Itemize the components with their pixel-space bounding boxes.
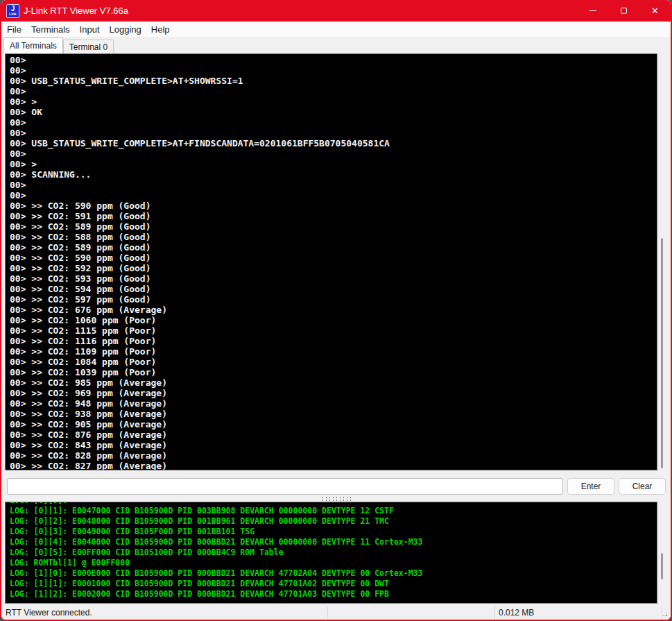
terminal-line: 00> USB_STATUS_WRITE_COMPLETE>AT+FINDSCA… (10, 138, 657, 148)
log-output[interactable]: LOG: [0][0]:LOG: [0][1]: E0047000 CID B1… (5, 502, 657, 604)
clear-button[interactable]: Clear (619, 478, 666, 495)
splitter[interactable] (1, 495, 671, 502)
terminal-area: 00>00>00> USB_STATUS_WRITE_COMPLETE>AT+S… (5, 53, 667, 470)
terminal-line: 00> (10, 148, 657, 159)
jlink-logo-link: Link (9, 12, 16, 16)
terminal-line: 00> >> CO2: 592 ppm (Good) (10, 263, 657, 273)
terminal-line: 00> >> CO2: 905 ppm (Average) (10, 419, 657, 429)
status-divider (327, 606, 328, 619)
terminal-line: 00> OK (10, 107, 657, 117)
window-controls: ✕ (577, 0, 671, 22)
connection-status: RTT Viewer connected. (6, 608, 92, 618)
tab-strip: All TerminalsTerminal 0 (1, 37, 671, 53)
terminal-line: 00> > (10, 96, 657, 107)
titlebar: J Link J-Link RTT Viewer V7.66a ✕ (1, 0, 671, 22)
terminal-line: 00> >> CO2: 1115 ppm (Poor) (10, 325, 657, 336)
terminal-line: 00> >> CO2: 938 ppm (Average) (10, 409, 657, 419)
terminal-output[interactable]: 00>00>00> USB_STATUS_WRITE_COMPLETE>AT+S… (5, 53, 657, 470)
menu-item[interactable]: Terminals (26, 23, 75, 36)
log-scrollbar[interactable] (657, 502, 667, 604)
terminal-line: 00> >> CO2: 589 ppm (Good) (10, 242, 657, 253)
terminal-line: 00> >> CO2: 843 ppm (Average) (10, 440, 657, 450)
jlink-logo-icon: J Link (6, 4, 19, 18)
terminal-scrollbar-thumb[interactable] (661, 238, 663, 468)
terminal-line: 00> >> CO2: 969 ppm (Average) (10, 388, 657, 398)
resize-grip[interactable] (662, 611, 669, 618)
terminal-line: 00> >> CO2: 588 ppm (Good) (10, 232, 657, 242)
terminal-line: 00> >> CO2: 876 ppm (Average) (10, 429, 657, 440)
terminal-line: 00> >> CO2: 597 ppm (Good) (10, 294, 657, 305)
log-line: LOG: ROMTbl[1] @ E00FF000 (10, 558, 657, 568)
tab-label: Terminal 0 (69, 42, 107, 52)
minimize-button[interactable] (577, 0, 608, 22)
menu-item[interactable]: File (2, 23, 26, 36)
window-title: J-Link RTT Viewer V7.66a (24, 6, 577, 16)
status-divider (494, 606, 495, 619)
minimize-icon (589, 10, 596, 11)
tab-label: All Terminals (10, 41, 57, 51)
terminal-line: 00> >> CO2: 1084 ppm (Poor) (10, 357, 657, 367)
terminal-line: 00> >> CO2: 1039 ppm (Poor) (10, 367, 657, 377)
log-scrollbar-thumb[interactable] (661, 553, 663, 579)
enter-button[interactable]: Enter (567, 478, 614, 495)
terminal-line: 00> (10, 128, 657, 138)
terminal-line: 00> >> CO2: 589 ppm (Good) (10, 221, 657, 232)
terminal-line: 00> >> CO2: 827 ppm (Average) (10, 461, 657, 470)
terminal-line: 00> (10, 190, 657, 201)
terminal-line: 00> >> CO2: 590 ppm (Good) (10, 253, 657, 263)
menubar: FileTerminalsInputLoggingHelp (1, 22, 671, 37)
menu-item[interactable]: Help (146, 23, 175, 36)
log-line: LOG: [0][5]: E00FF000 CID B105100D PID 0… (10, 547, 657, 558)
terminal-line: 00> (10, 86, 657, 96)
terminal-line: 00> >> CO2: 593 ppm (Good) (10, 273, 657, 284)
menu-item[interactable]: Input (75, 23, 105, 36)
terminal-tab[interactable]: All Terminals (3, 37, 63, 53)
terminal-line: 00> SCANNING... (10, 169, 657, 180)
terminal-line: 00> >> CO2: 1116 ppm (Poor) (10, 336, 657, 346)
log-area: LOG: [0][0]:LOG: [0][1]: E0047000 CID B1… (5, 502, 667, 604)
log-size: 0.012 MB (499, 608, 534, 618)
log-line: LOG: [0][2]: E0048000 CID B105900D PID 0… (10, 516, 657, 527)
terminal-line: 00> (10, 65, 657, 76)
menu-item[interactable]: Logging (105, 23, 146, 36)
terminal-line: 00> (10, 117, 657, 128)
terminal-line: 00> (10, 180, 657, 190)
log-line: LOG: [1][0]: E000E000 CID B105900D PID 0… (10, 568, 657, 579)
close-icon: ✕ (651, 6, 659, 15)
log-line: LOG: [0][4]: E0040000 CID B105900D PID 0… (10, 537, 657, 547)
close-button[interactable]: ✕ (639, 0, 671, 22)
log-line: LOG: [0][3]: E0049000 CID B105F00D PID 0… (10, 527, 657, 537)
maximize-button[interactable] (608, 0, 639, 22)
maximize-icon (621, 8, 627, 14)
terminal-line: 00> (10, 55, 657, 65)
terminal-line: 00> USB_STATUS_WRITE_COMPLETE>AT+SHOWRSS… (10, 76, 657, 86)
log-line: LOG: [0][1]: E0047000 CID B105900D PID 0… (10, 506, 657, 516)
splitter-handle-icon (321, 496, 352, 501)
terminal-line: 00> >> CO2: 948 ppm (Average) (10, 398, 657, 409)
terminal-line: 00> > (10, 159, 657, 169)
command-input[interactable] (7, 478, 563, 495)
terminal-tab[interactable]: Terminal 0 (63, 40, 114, 53)
input-row: Enter Clear (7, 478, 666, 495)
status-bar: RTT Viewer connected. 0.012 MB (1, 606, 671, 620)
terminal-line: 00> >> CO2: 591 ppm (Good) (10, 211, 657, 221)
terminal-line: 00> >> CO2: 1109 ppm (Poor) (10, 346, 657, 357)
terminal-scrollbar[interactable] (657, 53, 667, 470)
terminal-line: 00> >> CO2: 594 ppm (Good) (10, 284, 657, 294)
terminal-line: 00> >> CO2: 676 ppm (Average) (10, 305, 657, 315)
log-line: LOG: [1][2]: E0002000 CID B105900D PID 0… (10, 589, 657, 599)
terminal-line: 00> >> CO2: 590 ppm (Good) (10, 201, 657, 211)
terminal-line: 00> >> CO2: 985 ppm (Average) (10, 377, 657, 388)
log-line: LOG: [1][1]: E0001000 CID B105900D PID 0… (10, 579, 657, 589)
terminal-line: 00> >> CO2: 1060 ppm (Poor) (10, 315, 657, 325)
app-window: J Link J-Link RTT Viewer V7.66a ✕ FileTe… (0, 0, 672, 621)
terminal-line: 00> >> CO2: 828 ppm (Average) (10, 450, 657, 461)
log-content: LOG: [0][0]:LOG: [0][1]: E0047000 CID B1… (6, 502, 657, 599)
